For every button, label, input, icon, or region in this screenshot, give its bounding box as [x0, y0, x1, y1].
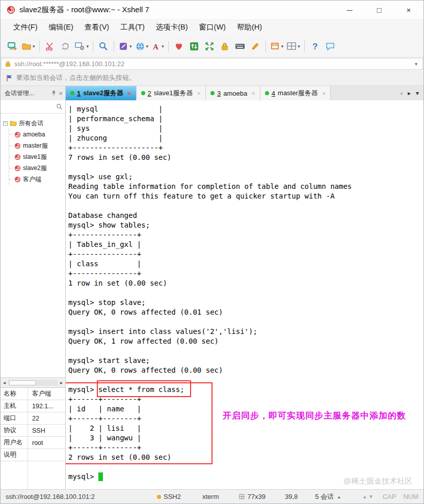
scroll-right-icon[interactable]: ▸	[58, 380, 65, 385]
pane-close-icon[interactable]: ×	[59, 90, 63, 97]
property-value	[28, 449, 65, 461]
open-folder-dropdown-icon[interactable]: ▾	[33, 44, 35, 49]
new-session-icon[interactable]	[5, 38, 20, 54]
prev-tab-icon[interactable]: ◂	[400, 90, 403, 97]
menu-item[interactable]: 工具(T)	[115, 20, 150, 34]
fullscreen-icon[interactable]	[202, 38, 217, 54]
info-bar: 要添加当前会话，点击左侧的箭头按钮。	[1, 70, 423, 86]
property-key: 主机	[1, 400, 28, 412]
tile-layout-dropdown-icon[interactable]: ▾	[298, 44, 300, 49]
property-row-主机: 主机192.1...	[1, 400, 65, 412]
menu-item[interactable]: 查看(V)	[79, 20, 115, 34]
compose-icon[interactable]: ▾	[117, 38, 134, 54]
web-browser-dropdown-icon[interactable]: ▾	[146, 44, 149, 49]
session-popup-icon[interactable]: ▴	[338, 494, 340, 499]
feedback-icon[interactable]	[323, 38, 338, 54]
session-properties-dropdown-icon[interactable]: ▾	[87, 44, 89, 49]
lock-icon[interactable]	[217, 38, 232, 54]
tab-close-icon[interactable]: ×	[127, 90, 131, 97]
tab-number: 2	[148, 90, 151, 97]
menu-item[interactable]: 帮助(H)	[231, 20, 268, 34]
session-tree: − 所有会话 amoebamaster服slave1服slave2服客户端	[1, 114, 65, 377]
status-scroll-arrows-icon[interactable]: ▲▼	[362, 494, 375, 499]
maximize-button[interactable]: □	[364, 1, 394, 19]
tab-master服务器[interactable]: 4master服务器×	[260, 86, 331, 100]
next-tab-icon[interactable]: ▸	[408, 90, 411, 97]
status-session-count[interactable]: 5 会话 ▴	[315, 492, 340, 501]
tab-amoeba[interactable]: 3amoeba×	[206, 86, 260, 100]
tab-slave2服务器[interactable]: 1slave2服务器×	[66, 86, 137, 100]
session-item-master服[interactable]: master服	[9, 140, 65, 151]
session-properties-icon[interactable]: ▾	[73, 38, 91, 54]
find-icon[interactable]	[96, 38, 111, 54]
session-search	[1, 100, 65, 114]
minimize-button[interactable]: ─	[335, 1, 364, 19]
tab-slave1服务器[interactable]: 2slave1服务器×	[137, 86, 206, 100]
sidebar-scrollbar: ◂ ▸	[1, 377, 65, 387]
open-folder-icon[interactable]: ▾	[20, 38, 37, 54]
tab-label: slave1服务器	[154, 89, 193, 98]
title-bar: slave2服务器 - root@www:~ - Xshell 7 ─ □ ×	[1, 1, 423, 19]
disconnect-icon[interactable]	[42, 38, 58, 54]
tab-label: master服务器	[278, 89, 318, 98]
new-window-icon[interactable]: ▾	[269, 38, 285, 54]
session-item-label: 客户端	[23, 175, 41, 184]
tab-number: 1	[77, 90, 81, 97]
session-item-slave1服[interactable]: slave1服	[9, 151, 65, 162]
highlight-pen-icon[interactable]	[248, 38, 263, 54]
tab-menu-icon[interactable]: ▾	[416, 90, 419, 97]
terminal-area[interactable]: | mysql | | performance_schema | | sys |…	[66, 100, 423, 489]
tab-close-icon[interactable]: ×	[197, 90, 201, 97]
menu-item[interactable]: 编辑(E)	[43, 20, 79, 34]
scrollbar-track[interactable]	[8, 380, 58, 386]
status-connection: ssh://root@192.168.100.101:2	[6, 493, 150, 500]
scrollbar-thumb[interactable]	[9, 380, 36, 385]
property-key: 协议	[1, 425, 28, 436]
favorites-heart-icon[interactable]	[171, 38, 187, 54]
font-icon[interactable]: A▾	[150, 38, 166, 54]
property-key: 说明	[1, 449, 28, 461]
new-window-dropdown-icon[interactable]: ▾	[281, 44, 284, 49]
menu-bar: 文件(F)编辑(E)查看(V)工具(T)选项卡(B)窗口(W)帮助(H)	[1, 19, 423, 35]
font-dropdown-icon[interactable]: ▾	[162, 44, 164, 49]
help-icon[interactable]: ?	[307, 38, 323, 54]
reconnect-icon[interactable]	[58, 38, 73, 54]
session-item-客户端[interactable]: 客户端	[9, 174, 65, 185]
compose-dropdown-icon[interactable]: ▾	[129, 44, 132, 49]
session-icon	[14, 165, 21, 172]
address-input[interactable]	[14, 60, 413, 68]
flag-icon[interactable]	[6, 74, 13, 82]
annotation-text: 开启同步，即可实现同步主服务器中添加的数	[223, 410, 406, 422]
session-list: amoebamaster服slave1服slave2服客户端	[9, 129, 65, 185]
web-browser-icon[interactable]: ▾	[134, 38, 150, 54]
menu-item[interactable]: 选项卡(B)	[150, 20, 194, 34]
property-value: root	[28, 437, 65, 449]
transfer-icon[interactable]	[187, 38, 202, 54]
address-dropdown-icon[interactable]: ▾	[413, 61, 419, 67]
menu-item[interactable]: 窗口(W)	[194, 20, 231, 34]
collapse-toggle-icon[interactable]: −	[3, 121, 8, 126]
session-item-label: slave2服	[23, 164, 47, 173]
tab-close-icon[interactable]: ×	[251, 90, 255, 97]
menu-item[interactable]: 文件(F)	[8, 20, 43, 34]
session-search-input[interactable]	[3, 103, 56, 110]
property-key: 名称	[1, 388, 28, 400]
property-row-端口: 端口22	[1, 412, 65, 425]
address-lock-icon	[5, 61, 11, 67]
session-item-amoeba[interactable]: amoeba	[9, 129, 65, 140]
pin-icon[interactable]	[51, 90, 57, 96]
session-item-label: slave1服	[23, 153, 47, 161]
scroll-left-icon[interactable]: ◂	[1, 380, 8, 385]
session-icon	[14, 131, 21, 138]
watermark: @稀土掘金技术社区	[343, 477, 412, 486]
close-button[interactable]: ×	[394, 1, 423, 19]
tree-root-all-sessions[interactable]: − 所有会话	[3, 118, 65, 129]
status-bar: ssh://root@192.168.100.101:2 SSH2 xterm …	[1, 489, 423, 503]
search-icon[interactable]	[56, 103, 63, 110]
tile-layout-icon[interactable]: ▾	[285, 38, 302, 54]
tree-root-label: 所有会话	[19, 119, 43, 128]
session-item-slave2服[interactable]: slave2服	[9, 162, 65, 174]
status-caps-lock: CAP	[383, 493, 396, 500]
tab-close-icon[interactable]: ×	[322, 90, 326, 97]
virtual-keyboard-icon[interactable]	[232, 38, 248, 54]
